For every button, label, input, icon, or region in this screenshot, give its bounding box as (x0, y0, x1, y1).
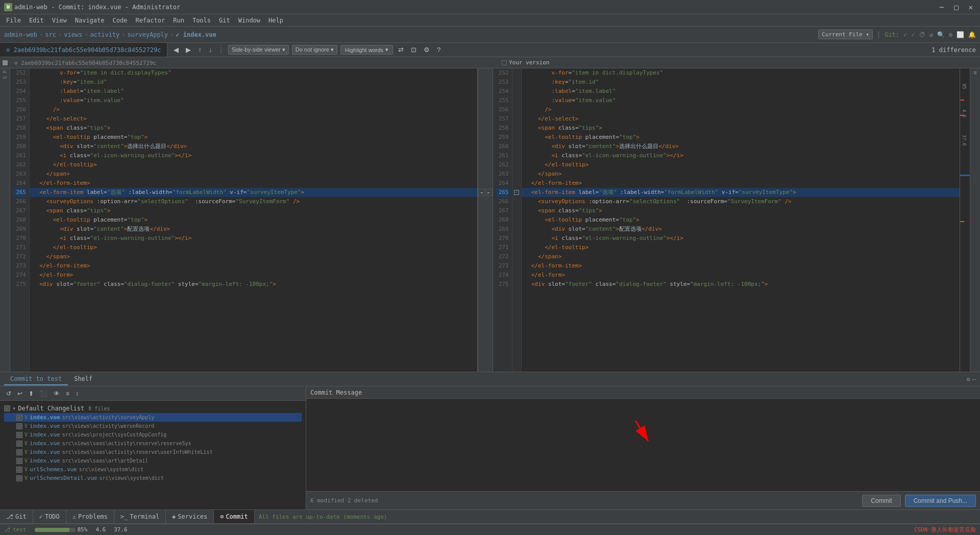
toolbar-separator: | (877, 31, 880, 38)
file-item-7[interactable]: V urlSchemesDetail.vue src\views\system\… (4, 474, 302, 482)
maximize-button[interactable]: □ (951, 2, 961, 12)
highlight-words-button[interactable]: Highlight words ▾ (340, 45, 393, 55)
view-mode-select[interactable]: Side-by-side viewer ▾ (228, 45, 289, 55)
close-button[interactable]: ✕ (966, 2, 976, 12)
settings-btn[interactable]: ⬛ (38, 389, 50, 398)
commit-push-button[interactable]: Commit and Push... (905, 495, 976, 507)
changelist-header[interactable]: ▾ Default Changelist 8 files (4, 404, 302, 413)
git-arrow-icon: ⏱ (919, 31, 925, 38)
bottom-tab-services[interactable]: ◈ Services (166, 510, 214, 523)
bottom-tab-commit[interactable]: ⊙ Commit (214, 510, 255, 523)
sidebar-right-notifications[interactable]: N (974, 70, 976, 76)
commit-settings-icon[interactable]: ⚙ (967, 376, 970, 383)
toolbar-search-icon[interactable]: 🔍 (937, 31, 945, 38)
upload-btn[interactable]: ⬆ (27, 389, 36, 398)
left-checkbox-area (0, 60, 10, 65)
sidebar-git-icon[interactable]: G (3, 76, 8, 79)
changelist-checkbox[interactable] (4, 405, 10, 411)
menu-help[interactable]: Help (264, 16, 287, 25)
file-checkbox-7[interactable] (16, 475, 22, 481)
left-nav-arrow[interactable]: ◄ (478, 189, 485, 196)
commit-panel: Commit to test Shelf ⚙ — ↺ ↩ ⬆ ⬛ 👁 (0, 372, 980, 509)
file-checkbox-0[interactable] (16, 415, 22, 421)
file-item-5[interactable]: V index.vue src\views\saas\art\artDetail (4, 456, 302, 465)
notification-icon[interactable]: 🔔 (968, 31, 976, 38)
menu-run[interactable]: Run (169, 16, 188, 25)
ignore-mode-select[interactable]: Do not ignore ▾ (292, 45, 337, 55)
file-item-3[interactable]: V index.vue src\views\saas\activity\rese… (4, 439, 302, 448)
file-checkbox-5[interactable] (16, 458, 22, 464)
checkbox-265[interactable]: ✓ (514, 190, 519, 195)
sidebar-toggle-icon[interactable] (3, 60, 8, 65)
menu-code[interactable]: Code (109, 16, 132, 25)
breadcrumb-indexvue[interactable]: ✔ index.vue (176, 31, 216, 38)
bottom-tab-terminal[interactable]: >_ Terminal (114, 510, 166, 523)
navigate-up-button[interactable]: ↑ (196, 45, 204, 55)
file-checkbox-4[interactable] (16, 449, 22, 455)
sort-btn[interactable]: ↕ (74, 389, 81, 398)
eye-btn[interactable]: 👁 (52, 389, 62, 398)
bottom-tab-problems[interactable]: ⚠ Problems (66, 510, 114, 523)
menu-file[interactable]: File (2, 16, 25, 25)
help-diff-button[interactable]: ? (435, 45, 443, 55)
tab-commit-to-test[interactable]: Commit to test (4, 373, 68, 385)
file-name-6: urlSchemes.vue (30, 466, 77, 473)
git-status-item[interactable]: ⎇ test (4, 526, 27, 533)
right-nav-arrow[interactable]: ► (486, 189, 493, 196)
settings-diff-button[interactable]: ⚙ (422, 45, 432, 55)
changelist-count: 8 files (88, 406, 110, 411)
toolbar-layout-icon[interactable]: ⬜ (957, 31, 964, 38)
stat-376-value: 37.6 (114, 526, 128, 533)
current-file-selector[interactable]: Current File ▾ (818, 30, 873, 39)
list-btn[interactable]: ≡ (64, 389, 71, 398)
menu-window[interactable]: Window (234, 16, 264, 25)
changelist-name: Default Changelist (18, 405, 84, 412)
file-item-1[interactable]: V index.vue src\views\activity\werunReco… (4, 422, 302, 430)
git-refresh-icon[interactable]: ↺ (929, 31, 933, 38)
menu-view[interactable]: View (48, 16, 71, 25)
collapse-button[interactable]: ⊡ (409, 45, 419, 55)
breadcrumb-surveyapply[interactable]: surveyApply (128, 31, 168, 38)
refresh-btn[interactable]: ↺ (4, 389, 13, 398)
sidebar-project-icon[interactable]: P (3, 70, 8, 73)
minimize-button[interactable]: ─ (937, 2, 947, 12)
menu-git[interactable]: Git (215, 16, 234, 25)
swap-panels-button[interactable]: ⇄ (396, 45, 406, 55)
breadcrumb-activity[interactable]: activity (90, 31, 120, 38)
breadcrumb-views[interactable]: views (64, 31, 82, 38)
commit-tab[interactable]: ⊙ 2aeb6939bc21fab6c55e904b05d738c8455272… (0, 43, 167, 57)
commit-message-textarea[interactable] (306, 399, 396, 421)
file-item-2[interactable]: V index.vue src\views\project\sysCustApp… (4, 430, 302, 439)
bottom-tab-git[interactable]: ⎇ Git (0, 510, 33, 523)
next-diff-button[interactable]: ▶ (184, 45, 193, 55)
toolbar-settings-icon[interactable]: ⚙ (949, 31, 952, 38)
breadcrumb-src[interactable]: src (45, 31, 56, 38)
menu-refactor[interactable]: Refactor (131, 16, 169, 25)
file-item-4[interactable]: V index.vue src\views\saas\activity\rese… (4, 448, 302, 456)
file-checkbox-6[interactable] (16, 467, 22, 473)
navigate-down-button[interactable]: ↓ (207, 45, 214, 55)
right-line-numbers: 252 253 254 255 256 257 258 259 260 261 … (493, 68, 512, 372)
left-line-numbers: 252 253 254 255 256 257 258 259 260 261 … (10, 68, 30, 372)
bottom-tab-todo[interactable]: ✓ TODO (33, 510, 66, 523)
diff-nav-arrows[interactable]: ◄ ► (478, 189, 493, 196)
scroll-stat-85: 85 (960, 84, 969, 89)
vcs-status-6: V (24, 467, 28, 472)
file-item-6[interactable]: V urlSchemes.vue src\views\system\dict (4, 465, 302, 474)
menu-navigate[interactable]: Navigate (71, 16, 109, 25)
file-item-0[interactable]: V index.vue src\views\activity\surveyApp… (4, 413, 302, 422)
rollback-btn[interactable]: ↩ (15, 389, 24, 398)
left-code-panel: v-for="item in dict.displayTypes" :key="… (30, 68, 477, 372)
file-checkbox-2[interactable] (16, 432, 22, 438)
your-version-checkbox[interactable] (502, 60, 507, 65)
right-line-265-indicator[interactable]: ✓ (512, 188, 521, 197)
menu-edit[interactable]: Edit (25, 16, 48, 25)
tab-shelf[interactable]: Shelf (68, 373, 99, 385)
commit-button[interactable]: Commit (862, 495, 900, 507)
commit-minimize-icon[interactable]: — (972, 376, 976, 383)
file-checkbox-1[interactable] (16, 423, 22, 429)
breadcrumb-admin-web[interactable]: admin-web (4, 31, 37, 38)
menu-tools[interactable]: Tools (188, 16, 215, 25)
prev-diff-button[interactable]: ◀ (172, 45, 181, 55)
file-checkbox-3[interactable] (16, 441, 22, 447)
